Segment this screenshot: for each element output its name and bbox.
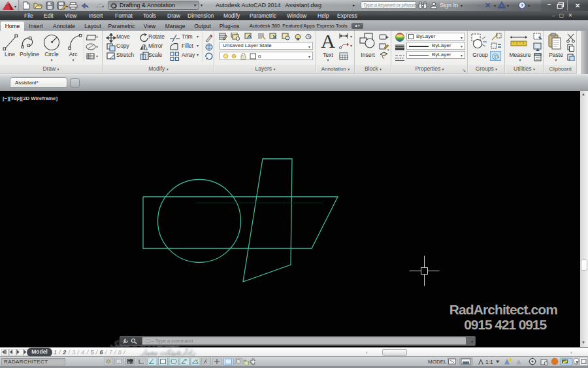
svg-text:1:1: 1:1 [485,359,493,365]
svg-text:?: ? [521,3,524,8]
